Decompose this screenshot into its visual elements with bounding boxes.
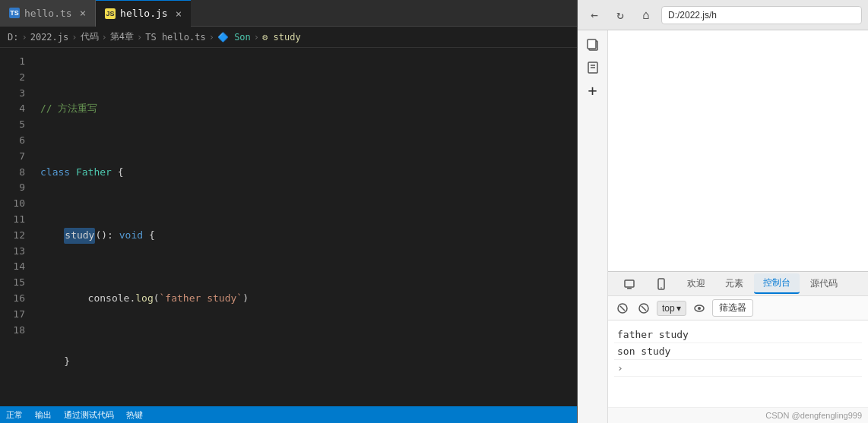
code-line-4: console.log(`father study`) (40, 291, 577, 307)
filter-button[interactable] (635, 300, 652, 317)
svg-line-12 (641, 306, 646, 311)
devtools-panel: 欢迎 元素 控制台 源代码 (608, 271, 868, 423)
devtab-welcome[interactable]: 欢迎 (678, 274, 714, 293)
breadcrumb: D: › 2022.js › 代码 › 第4章 › TS hello.ts › … (0, 27, 577, 48)
code-line-1: // 方法重写 (40, 101, 577, 117)
tab-hello-js[interactable]: JS hello.js × (96, 0, 191, 27)
csdn-footer: CSDN @dengfengling999 (608, 407, 868, 423)
ts-icon: TS (9, 8, 20, 18)
devtab-console[interactable]: 控制台 (754, 273, 800, 294)
tab-close-hello-ts[interactable]: × (80, 7, 86, 19)
tab-label-hello-ts: hello.ts (24, 8, 72, 19)
devtools-tabs: 欢迎 元素 控制台 源代码 (608, 272, 868, 296)
status-test: 通过测试代码 (64, 409, 114, 421)
console-line-2: son study (614, 343, 862, 360)
status-normal: 正常 (6, 409, 23, 421)
svg-rect-6 (627, 288, 632, 289)
breadcrumb-study: ⚙ study (262, 32, 301, 43)
code-area: 1 2 3 4 5 6 7 8 9 10 11 12 13 14 15 16 1… (0, 48, 577, 406)
breadcrumb-chapter: 第4章 (110, 30, 134, 43)
svg-point-8 (661, 287, 662, 289)
eye-button[interactable] (691, 300, 708, 317)
js-icon: JS (105, 8, 116, 19)
breadcrumb-son: 🔷 Son (217, 32, 251, 43)
csdn-text: CSDN @dengfengling999 (765, 411, 862, 420)
tab-bar: TS hello.ts × JS hello.js × (0, 0, 577, 27)
tab-hello-ts[interactable]: TS hello.ts × (0, 0, 96, 27)
sidebar-copy-icon[interactable] (584, 36, 601, 53)
console-output: father study son study › (608, 320, 868, 407)
console-line-prompt: › (614, 360, 862, 377)
browser-panel: ← ↻ ⌂ D:/2022.js/h + (578, 0, 868, 423)
console-text-father: father study (617, 329, 689, 340)
svg-rect-1 (588, 39, 596, 49)
refresh-button[interactable]: ↻ (610, 5, 631, 26)
svg-rect-5 (625, 280, 634, 287)
devtab-sources[interactable]: 源代码 (801, 274, 847, 293)
code-lines: // 方法重写 class Father { study(): void { c… (34, 48, 577, 406)
home-button[interactable]: ⌂ (635, 5, 657, 26)
breadcrumb-2022: 2022.js (30, 32, 69, 43)
dropdown-arrow-icon: ▾ (676, 303, 681, 314)
status-bar: 正常 输出 通过测试代码 热键 (0, 406, 577, 423)
back-button[interactable]: ← (584, 5, 605, 26)
code-line-2: class Father { (40, 165, 577, 181)
devtab-device[interactable] (646, 275, 676, 293)
console-line-1: father study (614, 327, 862, 343)
browser-sidebar: + (578, 30, 608, 423)
console-prompt-arrow: › (617, 362, 623, 374)
top-context-badge[interactable]: top ▾ (657, 301, 686, 316)
status-shortcut: 热键 (126, 409, 143, 421)
browser-main: 欢迎 元素 控制台 源代码 (608, 30, 868, 423)
browser-content: + (578, 30, 868, 423)
filter-input[interactable]: 筛选器 (712, 299, 753, 317)
top-label: top (662, 303, 675, 314)
console-text-son: son study (617, 346, 670, 357)
code-line-3: study(): void { (40, 228, 577, 244)
clear-console-button[interactable] (614, 300, 631, 317)
devtab-elements[interactable]: 元素 (716, 274, 752, 293)
tab-label-hello-js: hello.js (120, 8, 168, 19)
address-bar[interactable]: D:/2022.js/h (661, 6, 862, 24)
breadcrumb-code: 代码 (81, 30, 99, 43)
devtools-toolbar: top ▾ 筛选器 (608, 296, 868, 320)
code-line-5: } (40, 354, 577, 370)
svg-line-10 (620, 306, 625, 311)
breadcrumb-ts: TS hello.ts (145, 32, 205, 43)
filter-label: 筛选器 (719, 302, 746, 313)
sidebar-file-icon[interactable] (584, 59, 601, 76)
editor-panel: TS hello.ts × JS hello.js × D: › 2022.js… (0, 0, 578, 423)
breadcrumb-d: D: (8, 32, 18, 43)
tab-close-hello-js[interactable]: × (176, 8, 182, 20)
browser-toolbar: ← ↻ ⌂ D:/2022.js/h (578, 0, 868, 30)
status-output: 输出 (35, 409, 52, 421)
line-numbers: 1 2 3 4 5 6 7 8 9 10 11 12 13 14 15 16 1… (0, 48, 34, 406)
devtab-mobile[interactable] (614, 275, 645, 293)
svg-point-14 (698, 307, 701, 310)
sidebar-add-icon[interactable]: + (584, 82, 601, 99)
